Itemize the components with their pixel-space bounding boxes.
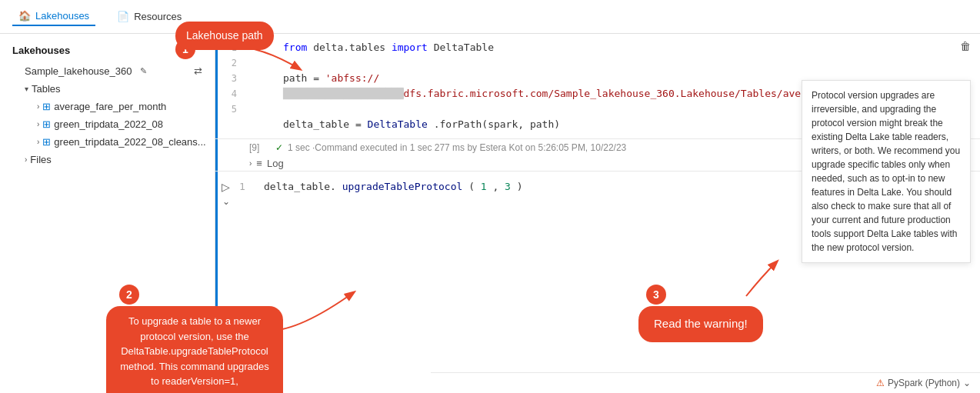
annotation-callout-3: Read the warning!	[638, 306, 763, 342]
pencil-icon: ✎	[140, 66, 147, 76]
code-line-5: delta_table = DeltaTable .forPath(spark,…	[283, 117, 795, 132]
run-down-icon[interactable]: ⌄	[222, 196, 230, 207]
table-green-label: green_tripdata_2022_08	[54, 118, 163, 130]
table-avg-label: average_fare_per_month	[54, 101, 166, 112]
output-text: 1 sec ·Command executed in 1 sec 277 ms …	[288, 142, 626, 153]
bottom-bar: ⚠ PySpark (Python) ⌄	[431, 372, 980, 393]
run-icon[interactable]: ▷	[222, 181, 230, 193]
resources-icon: 📄	[117, 11, 129, 22]
nav-resources-label: Resources	[134, 11, 182, 22]
code-line-4	[283, 102, 795, 117]
tables-section-label: Tables	[32, 83, 61, 95]
execution-num: [9]	[249, 142, 271, 153]
expand-icon: ›	[249, 159, 252, 168]
table-icon-green-cleans: ⊞	[42, 136, 51, 148]
lang-chevron[interactable]: ⌄	[963, 378, 971, 388]
tables-chevron: ▾	[25, 85, 28, 93]
files-section-label: Files	[30, 154, 51, 165]
table-green-cleans-label: green_tripdata_2022_08_cleans...	[54, 136, 205, 148]
annotation-bubble-3: 3	[646, 285, 666, 305]
sidebar-workspace[interactable]: Sample_lakehouse_360 ✎ ⇄	[0, 62, 215, 80]
annotation-callout-2: To upgrade a table to a newer protocol v…	[106, 306, 283, 393]
log-icon: ≡	[256, 158, 262, 169]
code-line-2	[283, 55, 795, 71]
nav-lakehouses-label: Lakehouses	[35, 10, 89, 22]
language-label: PySpark (Python)	[888, 378, 960, 388]
table-icon-green: ⊞	[42, 118, 51, 130]
annotation-callout-1: Lakehouse path	[175, 22, 274, 50]
table-icon-avg: ⊞	[42, 101, 51, 112]
code-lines-1[interactable]: from delta.tables import DeltaTable path…	[283, 40, 795, 132]
delete-icon[interactable]: 🗑	[960, 40, 971, 52]
nav-lakehouses[interactable]: 🏠 Lakehouses	[12, 7, 95, 26]
code-line-3: path = 'abfss://████████████████████dfs.…	[283, 71, 795, 102]
nav-resources[interactable]: 📄 Resources	[111, 8, 188, 25]
warning-triangle-icon: ⚠	[876, 378, 885, 388]
sidebar-table-green-cleans[interactable]: › ⊞ green_tripdata_2022_08_cleans...	[0, 133, 215, 151]
green-cleans-chevron: ›	[37, 138, 39, 146]
annotation-bubble-2: 2	[119, 285, 139, 305]
lakehouse-icon: 🏠	[18, 10, 31, 22]
sidebar-table-average[interactable]: › ⊞ average_fare_per_month	[0, 98, 215, 115]
green-chevron: ›	[37, 120, 39, 128]
code-line-1: from delta.tables import DeltaTable	[283, 40, 795, 55]
avg-chevron: ›	[37, 102, 39, 111]
sidebar-tables-section[interactable]: ▾ Tables	[0, 80, 215, 98]
run-controls[interactable]: ▷ ⌄	[215, 176, 236, 211]
sidebar-files-section[interactable]: › Files	[0, 151, 215, 168]
warning-text: Protocol version upgrades are irreversib…	[812, 90, 960, 253]
code-line-6: delta_table. upgradeTableProtocol ( 1 , …	[264, 179, 523, 195]
line-numbers-1: 1 2 3 4 5	[215, 40, 243, 117]
sidebar-table-green[interactable]: › ⊞ green_tripdata_2022_08	[0, 115, 215, 133]
files-chevron: ›	[25, 155, 27, 164]
refresh-icon[interactable]: ⇄	[194, 65, 202, 77]
log-label: Log	[267, 158, 284, 169]
line-num-2: 1	[239, 179, 252, 195]
workspace-name: Sample_lakehouse_360	[25, 65, 132, 77]
check-icon: ✓	[275, 142, 283, 153]
warning-box: Protocol version upgrades are irreversib…	[802, 80, 971, 263]
